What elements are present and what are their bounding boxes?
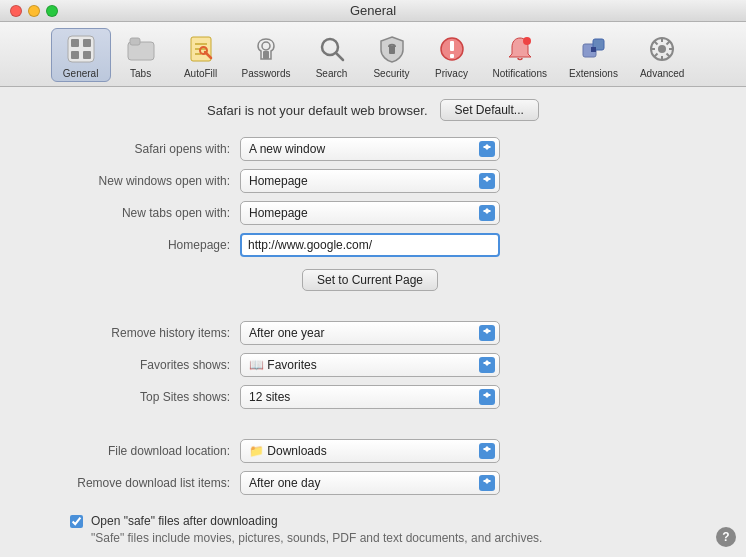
new-tabs-row: New tabs open with: Homepage Empty page … [20,201,726,225]
svg-line-33 [655,54,658,57]
favorites-shows-select[interactable]: 📖 Favorites Reading List History [240,353,500,377]
tab-tabs[interactable]: Tabs [111,28,171,82]
new-windows-control: Homepage Empty page Same page [240,169,500,193]
new-tabs-control: Homepage Empty page Same page [240,201,500,225]
security-label: Security [373,68,409,79]
window-controls [10,5,58,17]
passwords-icon [250,33,282,65]
advanced-label: Advanced [640,68,684,79]
set-current-page-row: Set to Current Page [20,265,726,291]
tab-passwords[interactable]: Passwords [231,28,302,82]
tab-security[interactable]: Security [362,28,422,82]
extensions-icon [577,33,609,65]
tab-search[interactable]: Search [302,28,362,82]
open-safe-files-subtext: "Safe" files include movies, pictures, s… [91,531,542,545]
maximize-button[interactable] [46,5,58,17]
notifications-icon [504,33,536,65]
advanced-icon [646,33,678,65]
remove-history-row: Remove history items: After one year Aft… [20,321,726,345]
svg-rect-3 [71,51,79,59]
tab-extensions[interactable]: Extensions [558,28,629,82]
minimize-button[interactable] [28,5,40,17]
favorites-shows-control: 📖 Favorites Reading List History [240,353,500,377]
settings-form: Safari opens with: A new window A new ta… [20,137,726,547]
default-browser-message: Safari is not your default web browser. [207,103,427,118]
autofill-icon [185,33,217,65]
top-sites-label: Top Sites shows: [20,390,240,404]
svg-point-20 [523,37,531,45]
svg-line-32 [667,42,670,45]
general-icon [65,33,97,65]
new-windows-row: New windows open with: Homepage Empty pa… [20,169,726,193]
top-sites-select[interactable]: 12 sites 6 sites 24 sites [240,385,500,409]
open-safe-files-label: Open "safe" files after downloading "Saf… [91,514,542,545]
svg-point-25 [658,45,666,53]
tabs-icon [125,33,157,65]
new-tabs-select[interactable]: Homepage Empty page Same page [240,201,500,225]
remove-history-select-wrapper: After one year After one week After one … [240,321,500,345]
tabs-label: Tabs [130,68,151,79]
homepage-label: Homepage: [20,238,240,252]
new-tabs-select-wrapper: Homepage Empty page Same page [240,201,500,225]
svg-rect-13 [263,51,269,59]
remove-download-label: Remove download list items: [20,476,240,490]
svg-line-31 [667,54,670,57]
top-sites-select-wrapper: 12 sites 6 sites 24 sites [240,385,500,409]
new-windows-label: New windows open with: [20,174,240,188]
tab-notifications[interactable]: Notifications [482,28,558,82]
new-windows-select-wrapper: Homepage Empty page Same page [240,169,500,193]
svg-point-12 [262,42,270,50]
remove-history-label: Remove history items: [20,326,240,340]
set-current-page-button[interactable]: Set to Current Page [302,269,438,291]
svg-rect-19 [450,54,454,58]
favorites-shows-select-wrapper: 📖 Favorites Reading List History [240,353,500,377]
help-button[interactable]: ? [716,527,736,547]
general-label: General [63,68,99,79]
autofill-label: AutoFill [184,68,217,79]
open-safe-files-checkbox[interactable] [70,515,83,528]
svg-rect-1 [71,39,79,47]
new-windows-select[interactable]: Homepage Empty page Same page [240,169,500,193]
file-download-select-wrapper: 📁 Downloads Other... [240,439,500,463]
tab-privacy[interactable]: Privacy [422,28,482,82]
default-browser-bar: Safari is not your default web browser. … [20,99,726,121]
set-default-button[interactable]: Set Default... [440,99,539,121]
svg-line-30 [655,42,658,45]
file-download-label: File download location: [20,444,240,458]
homepage-input[interactable] [240,233,500,257]
remove-history-control: After one year After one week After one … [240,321,500,345]
title-bar: General [0,0,746,22]
search-icon [316,33,348,65]
svg-rect-23 [591,47,596,52]
favorites-shows-label: Favorites shows: [20,358,240,372]
content-area: Safari is not your default web browser. … [0,87,746,557]
remove-download-row: Remove download list items: After one da… [20,471,726,495]
file-download-row: File download location: 📁 Downloads Othe… [20,439,726,463]
safari-opens-row: Safari opens with: A new window A new ta… [20,137,726,161]
homepage-control [240,233,500,257]
security-icon [376,33,408,65]
privacy-icon [436,33,468,65]
open-safe-files-row: Open "safe" files after downloading "Saf… [20,513,726,547]
svg-rect-18 [450,41,454,51]
tab-advanced[interactable]: Advanced [629,28,695,82]
safari-opens-control: A new window A new tab A private window [240,137,500,161]
safari-opens-select[interactable]: A new window A new tab A private window [240,137,500,161]
svg-line-15 [336,53,343,60]
tab-general[interactable]: General [51,28,111,82]
file-download-select[interactable]: 📁 Downloads Other... [240,439,500,463]
homepage-row: Homepage: [20,233,726,257]
safari-opens-label: Safari opens with: [20,142,240,156]
tab-autofill[interactable]: AutoFill [171,28,231,82]
new-tabs-label: New tabs open with: [20,206,240,220]
search-label: Search [316,68,348,79]
passwords-label: Passwords [242,68,291,79]
remove-download-select[interactable]: After one day After one week When Safari… [240,471,500,495]
favorites-shows-row: Favorites shows: 📖 Favorites Reading Lis… [20,353,726,377]
notifications-label: Notifications [493,68,547,79]
remove-history-select[interactable]: After one year After one week After one … [240,321,500,345]
close-button[interactable] [10,5,22,17]
svg-rect-16 [389,46,395,54]
window-title: General [350,3,396,18]
svg-rect-6 [130,38,140,45]
